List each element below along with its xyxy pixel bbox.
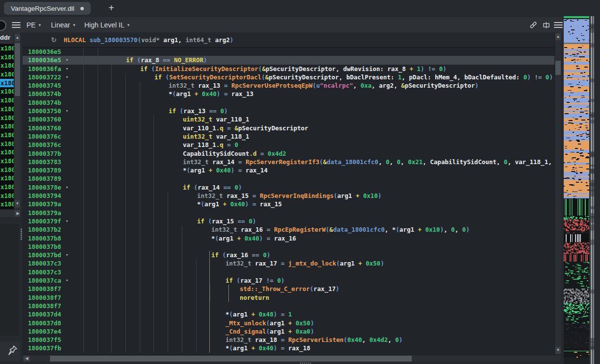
code-line[interactable]: 180003722▾if (SetSecurityDescriptorDacl(… [23,73,554,81]
code-line[interactable]: 1800037b8*(arg1 + 0x40) = rax_16 [23,234,554,243]
collapse-arrow-icon[interactable]: ▾ [66,217,68,225]
code-line[interactable]: 1800037e4_Cnd_signal(arg1 + 0xa0) [23,327,554,336]
sidebar-horizontal-scrollbar[interactable]: ▶ [0,209,20,217]
address-list-item[interactable]: x180 [0,44,14,53]
address-list-item[interactable]: x180 [0,174,14,183]
split-view-icon[interactable] [541,20,551,30]
line-address[interactable]: 1800037c3 [28,268,61,276]
code-line[interactable]: 1800037c3 [23,268,554,276]
scroll-up-icon[interactable]: ▲ [555,33,561,40]
code-line[interactable]: 18000377bCapabilitySidCount.d = 0x4d2 [23,149,554,158]
new-tab-button[interactable]: + [105,1,118,14]
collapse-arrow-icon[interactable]: ▾ [66,65,68,73]
line-address[interactable]: 1800036e5 [28,48,61,56]
refresh-icon[interactable]: ↻ [51,32,57,48]
code-line[interactable]: 1800037f5int32_t rax_18 = RpcServerListe… [23,336,554,344]
code-line[interactable]: 1800038f7 [23,302,554,310]
code-line[interactable]: 1800037b2int32_t rax_16 = RpcEpRegisterW… [23,225,554,234]
address-list-item[interactable]: x180 [0,70,14,79]
collapse-arrow-icon[interactable]: ▾ [66,56,68,64]
code-line[interactable]: 180003794int32_t rax_15 = RpcServerInqBi… [23,192,554,200]
code-line[interactable]: 18000379a [23,209,554,217]
scroll-down-icon[interactable]: ▼ [15,200,20,207]
menu-high-level-il[interactable]: High Level IL ▾ [84,21,129,29]
code-line[interactable]: 1800037c3int32_t rax_17 = j_mtx_do_lock(… [23,259,554,267]
address-list-item[interactable]: x180 [0,140,14,148]
line-address[interactable]: 180003722 [28,73,61,81]
code-line[interactable]: 1800037b8 [23,243,554,251]
code-line[interactable]: 1800037d8_Mtx_unlock(arg1 + 0x50) [23,319,554,327]
code-horizontal-scrollbar[interactable]: ◀ [23,355,561,362]
pin-icon[interactable] [6,344,18,357]
code-line[interactable]: 180003789 [23,174,554,183]
address-list-item[interactable]: x180 [0,53,14,62]
address-list-item[interactable]: x180 [0,87,14,96]
line-address[interactable]: 18000376c [28,132,61,141]
scrollbar-thumb[interactable] [15,43,20,96]
code-line[interactable]: 180003750▾if (rax_13 == 0) [23,107,554,115]
line-address[interactable]: 18000379f [28,217,61,225]
line-address[interactable]: 18000374b [28,90,61,98]
code-line[interactable]: 1800038f7noreturn [23,293,554,302]
scrollbar-thumb[interactable] [50,356,412,362]
feature-map[interactable] [564,16,600,364]
address-list-item[interactable]: x180 [0,183,14,192]
scroll-down-icon[interactable]: ▼ [555,347,561,354]
line-address[interactable]: 1800037ca [28,276,61,285]
address-list-item[interactable]: x180 [0,166,14,174]
splitter-grip-icon[interactable] [21,229,22,241]
line-address[interactable]: 180003760 [28,124,61,132]
code-line[interactable]: 180003789*(arg1 + 0x40) = rax_14 [23,166,554,174]
line-address[interactable]: 1800036fa [28,65,61,73]
link-icon[interactable] [528,20,538,30]
scroll-up-icon[interactable]: ▲ [15,34,20,41]
address-list-item[interactable]: x180 [0,114,14,122]
address-list[interactable]: x180x180x180x180x180x180x180x180x180x180… [0,44,14,209]
scrollbar-thumb[interactable] [555,61,561,75]
address-list-item[interactable]: x180 [0,105,14,114]
tab-vantagerpcserver[interactable]: VantageRpcServer.dll [4,2,91,15]
code-line[interactable]: 1800037ca▾if (rax_17 != 0) [23,276,554,285]
code-line[interactable]: 18000378e▾if (rax_14 == 0) [23,183,554,192]
line-address[interactable]: 180003794 [28,192,61,200]
code-line[interactable]: 1800036fa▾if (InitializeSecurityDescript… [23,65,554,73]
code-line[interactable]: 1800036e5▾if (rax_8 == NO_ERROR) [23,56,554,64]
line-address[interactable]: 1800038f7 [28,302,61,310]
address-list-item[interactable]: x180 [0,122,14,131]
address-list-item[interactable]: x180 [0,131,14,140]
code-line[interactable]: 1800038f7std::_Throw_C_error(rax_17) [23,285,554,293]
code-vertical-scrollbar[interactable]: ▲ ▼ [554,32,561,355]
code-line[interactable]: 1800037bd▾if (rax_16 == 0) [23,251,554,259]
collapse-arrow-icon[interactable]: ▾ [66,183,68,192]
address-list-item[interactable]: x180 [0,192,14,200]
collapse-arrow-icon[interactable]: ▾ [66,251,68,259]
line-address[interactable]: 18000374b [28,98,61,107]
code-line[interactable]: 18000376cvar_118_1.q = 0 [23,141,554,149]
line-address[interactable]: 1800037e4 [28,327,61,336]
code-line[interactable]: 1800037d4*(arg1 + 0x48) = 1 [23,310,554,318]
line-address[interactable]: 1800037bd [28,251,61,259]
sidebar-vertical-scrollbar[interactable]: ▲ ▼ [14,32,20,209]
view-options-menu-icon[interactable] [554,22,563,28]
line-address[interactable]: 18000379a [28,209,61,217]
menu-pe[interactable]: PE ▾ [26,21,41,29]
collapse-arrow-icon[interactable]: ▾ [66,107,68,115]
line-address[interactable]: 180003750 [28,107,61,115]
menu-linear[interactable]: Linear ▾ [51,21,75,29]
line-address[interactable]: 1800037fb [28,344,61,352]
sidebar-menu-icon[interactable] [12,22,21,28]
line-address[interactable]: 1800037d8 [28,319,61,327]
line-address[interactable]: 1800037b2 [28,225,61,234]
line-address[interactable]: 18000376c [28,141,61,149]
code-line[interactable]: 180003760uint32_t var_110_1 [23,115,554,123]
scroll-left-icon[interactable]: ◀ [24,356,30,362]
address-list-item[interactable]: x180 [0,61,14,70]
code-line[interactable]: 18000376cuint32_t var_118_1 [23,132,554,141]
line-address[interactable]: 180003760 [28,115,61,123]
code-line[interactable]: 180003783int32_t rax_14 = RpcServerRegis… [23,158,554,166]
code-line[interactable]: 18000374b [23,98,554,107]
line-address[interactable]: 180003789 [28,166,61,174]
line-address[interactable]: 18000377b [28,149,61,158]
line-address[interactable]: 180003745 [28,81,61,90]
address-list-item[interactable]: x180 [0,79,14,88]
